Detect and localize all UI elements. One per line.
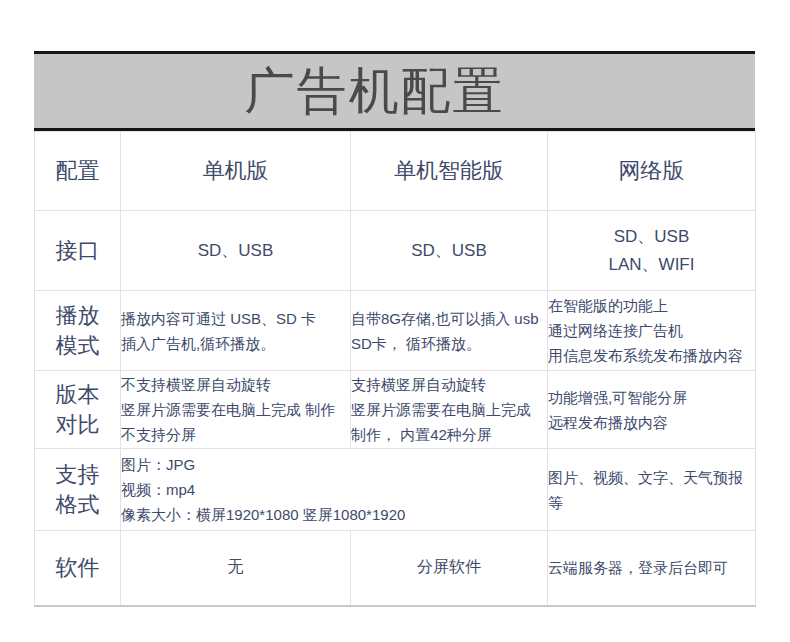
title-banner: 广告机配置 xyxy=(34,51,755,131)
row-label-line: 支持 xyxy=(35,460,120,490)
cell-line: SD、USB xyxy=(121,237,350,265)
cell-line: 播放内容可通过 USB、SD 卡 xyxy=(121,306,350,331)
cell-line: 云端服务器，登录后台即可 xyxy=(548,555,755,580)
cell-interface-standalone: SD、USB xyxy=(121,211,351,291)
cell-interface-network: SD、USB LAN、WIFI xyxy=(548,211,756,291)
row-label-play-mode: 播放 模式 xyxy=(35,291,121,371)
cell-line: 视频：mp4 xyxy=(121,477,547,502)
cell-line: 远程发布播放内容 xyxy=(548,410,755,435)
cell-line: 像素大小：横屏1920*1080 竖屏1080*1920 xyxy=(121,502,547,527)
row-play-mode: 播放 模式 播放内容可通过 USB、SD 卡 插入广告机,循环播放。 自带8G存… xyxy=(35,291,756,371)
cell-formats-merged: 图片：JPG 视频：mp4 像素大小：横屏1920*1080 竖屏1080*19… xyxy=(121,449,548,531)
row-label-line: 对比 xyxy=(35,410,120,440)
cell-line: 图片、视频、文字、天气预报等 xyxy=(548,465,755,515)
cell-line: 自带8G存储,也可以插入 usb xyxy=(351,306,547,331)
page-title: 广告机配置 xyxy=(245,58,505,125)
cell-line: 无 xyxy=(121,557,350,578)
cell-playmode-standalone: 播放内容可通过 USB、SD 卡 插入广告机,循环播放。 xyxy=(121,291,351,371)
cell-line: 在智能版的功能上 xyxy=(548,293,755,318)
cell-playmode-smart: 自带8G存储,也可以插入 usb SD卡， 循环播放。 xyxy=(351,291,548,371)
cell-line: 图片：JPG xyxy=(121,452,547,477)
row-label-supported-formats: 支持 格式 xyxy=(35,449,121,531)
row-label-line: 格式 xyxy=(35,490,120,520)
cell-version-smart: 支持横竖屏自动旋转 竖屏片源需要在电脑上完成 制作， 内置42种分屏 xyxy=(351,371,548,449)
cell-line: LAN、WIFI xyxy=(548,251,755,279)
cell-line: 竖屏片源需要在电脑上完成 制作 xyxy=(121,397,350,422)
cell-line: 插入广告机,循环播放。 xyxy=(121,331,350,356)
cell-line: 竖屏片源需要在电脑上完成 xyxy=(351,397,547,422)
row-software: 软件 无 分屏软件 云端服务器，登录后台即可 xyxy=(35,531,756,606)
row-label-line: 播放 xyxy=(35,301,120,331)
row-label-line: 版本 xyxy=(35,380,120,410)
row-label-version-compare: 版本 对比 xyxy=(35,371,121,449)
cell-line: 功能增强,可智能分屏 xyxy=(548,385,755,410)
cell-line: 通过网络连接广告机 xyxy=(548,318,755,343)
col-header-network: 网络版 xyxy=(548,132,756,211)
cell-formats-network: 图片、视频、文字、天气预报等 xyxy=(548,449,756,531)
cell-line: 不支持分屏 xyxy=(121,422,350,447)
cell-software-standalone: 无 xyxy=(121,531,351,606)
cell-line: SD、USB xyxy=(548,223,755,251)
row-label-interface: 接口 xyxy=(35,211,121,291)
table-header-row: 配置 单机版 单机智能版 网络版 xyxy=(35,132,756,211)
cell-line: 不支持横竖屏自动旋转 xyxy=(121,372,350,397)
cell-line: SD、USB xyxy=(351,237,547,265)
page: 广告机配置 配置 单机版 单机智能版 网络版 接口 SD、USB xyxy=(0,51,790,642)
row-label-line: 模式 xyxy=(35,331,120,361)
cell-line: 分屏软件 xyxy=(351,557,547,578)
cell-interface-smart: SD、USB xyxy=(351,211,548,291)
cell-line: 制作， 内置42种分屏 xyxy=(351,422,547,447)
col-header-smart: 单机智能版 xyxy=(351,132,548,211)
col-header-config: 配置 xyxy=(35,132,121,211)
row-label-line: 接口 xyxy=(35,236,120,266)
col-header-standalone: 单机版 xyxy=(121,132,351,211)
cell-software-smart: 分屏软件 xyxy=(351,531,548,606)
spec-table: 配置 单机版 单机智能版 网络版 接口 SD、USB SD、USB SD、USB xyxy=(34,131,756,607)
row-version-compare: 版本 对比 不支持横竖屏自动旋转 竖屏片源需要在电脑上完成 制作 不支持分屏 支… xyxy=(35,371,756,449)
cell-playmode-network: 在智能版的功能上 通过网络连接广告机 用信息发布系统发布播放内容 xyxy=(548,291,756,371)
cell-software-network: 云端服务器，登录后台即可 xyxy=(548,531,756,606)
row-supported-formats: 支持 格式 图片：JPG 视频：mp4 像素大小：横屏1920*1080 竖屏1… xyxy=(35,449,756,531)
cell-line: 支持横竖屏自动旋转 xyxy=(351,372,547,397)
row-interface: 接口 SD、USB SD、USB SD、USB LAN、WIFI xyxy=(35,211,756,291)
cell-line: SD卡， 循环播放。 xyxy=(351,331,547,356)
cell-line: 用信息发布系统发布播放内容 xyxy=(548,343,755,368)
row-label-line: 软件 xyxy=(35,553,120,583)
row-label-software: 软件 xyxy=(35,531,121,606)
cell-version-standalone: 不支持横竖屏自动旋转 竖屏片源需要在电脑上完成 制作 不支持分屏 xyxy=(121,371,351,449)
cell-version-network: 功能增强,可智能分屏 远程发布播放内容 xyxy=(548,371,756,449)
